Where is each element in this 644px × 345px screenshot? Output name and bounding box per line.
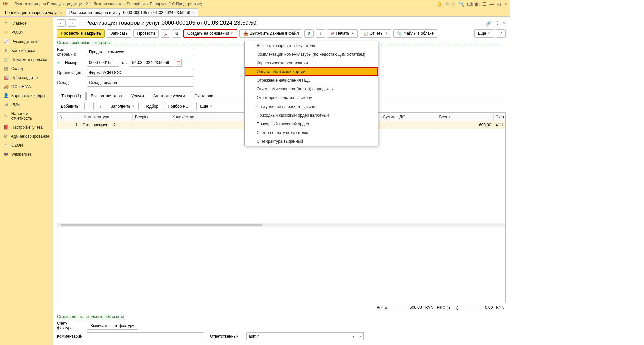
star-icon[interactable]: ☆ <box>451 1 456 7</box>
vypisat-button[interactable]: Выписать счет-фактуру <box>87 322 138 330</box>
sklad-input[interactable] <box>87 79 194 87</box>
col-ves[interactable]: Вес(кг) <box>133 113 170 121</box>
move-down-button[interactable]: ↓ <box>96 102 105 110</box>
sidebar-item-ozon[interactable]: ○OZON <box>0 141 53 150</box>
hamburger-icon[interactable]: ≡ <box>10 1 13 7</box>
zapisat-button[interactable]: Записать <box>107 29 131 38</box>
cell-kolichestvo[interactable] <box>170 121 208 129</box>
menu-pko-valyutnyj[interactable]: Приходный кассовый ордер валютный <box>245 111 378 120</box>
menu-pko[interactable]: Приходный кассовый ордер <box>245 120 378 128</box>
close-page-icon[interactable]: × <box>503 20 506 26</box>
tab-realization-list[interactable]: Реализация товаров и услуг × <box>1 8 66 16</box>
cell-schet-ucheta[interactable]: 41.1 <box>493 121 506 129</box>
date-input[interactable] <box>130 59 175 67</box>
calendar-icon[interactable]: 📅 <box>175 59 182 67</box>
link-icon[interactable]: 🔗 <box>486 20 492 26</box>
podbor-po-button[interactable]: Подбор РС <box>164 102 192 110</box>
close-icon[interactable]: × <box>60 11 62 15</box>
files-cloud-button[interactable]: 📎Файлы в облаке <box>393 29 437 38</box>
cell-n[interactable]: 1 <box>58 121 80 129</box>
scrollbar-thumb[interactable] <box>61 224 262 226</box>
more-icon[interactable]: ⋮ <box>495 20 500 26</box>
esche-button[interactable]: Еще▼ <box>474 29 494 38</box>
tab-vozvratnaya[interactable]: Возвратная тара <box>86 92 126 100</box>
search-icon[interactable]: 🔍 <box>459 1 464 7</box>
nomer-input[interactable] <box>87 59 119 67</box>
otchety-button[interactable]: 📊Отчеты▼ <box>360 29 391 38</box>
minimize-icon[interactable]: — <box>489 1 494 7</box>
esche-table-button[interactable]: Еще▼ <box>196 102 216 110</box>
cell-ves[interactable] <box>133 121 170 129</box>
sidebar-item-manager[interactable]: 📈Руководителю <box>0 37 53 46</box>
provesti-button[interactable]: Провести <box>133 29 159 38</box>
structure-button[interactable]: ⧉ <box>172 29 181 38</box>
org-input[interactable] <box>87 69 194 77</box>
menu-schet-na-oplatu[interactable]: Счет на оплату покупателю <box>245 128 378 137</box>
sidebar-item-os[interactable]: 🚚ОС и НМА <box>0 82 53 91</box>
close-window-icon[interactable]: ✕ <box>504 1 508 7</box>
sidebar-item-warehouse[interactable]: ▦Склад <box>0 64 53 73</box>
zapolnit-button[interactable]: Заполнить▼ <box>107 102 139 110</box>
menu-otchet-komissionera[interactable]: Отчет комиссионера (агента) о продажах <box>245 85 378 93</box>
nav-back-button[interactable]: ← <box>57 19 66 27</box>
cell-vsego[interactable]: 600,00 <box>437 121 493 129</box>
dtkt-button[interactable]: Aᴛᴋᴛ <box>161 29 170 38</box>
menu-korrektirovka[interactable]: Корректировка реализации <box>245 59 378 67</box>
horizontal-scrollbar[interactable] <box>57 223 505 227</box>
sidebar-item-main[interactable]: ≡Главное <box>0 19 53 28</box>
provesti-zakryt-button[interactable]: Провести и закрыть <box>57 29 105 38</box>
help-button[interactable]: ? <box>496 29 506 38</box>
sidebar-item-settings[interactable]: 📕Настройки учета <box>0 123 53 132</box>
excel-button[interactable]: X <box>304 29 314 38</box>
menu-vozvrat[interactable]: Возврат товаров от покупателя <box>245 41 378 50</box>
tab-realization-doc[interactable]: Реализация товаров и услуг 0000-000105 о… <box>66 8 198 16</box>
tab-tovary[interactable]: Товары (1) <box>57 92 86 100</box>
hide-dop-link[interactable]: Скрыть дополнительные реквизиты <box>57 314 124 319</box>
cell-nomenklatura[interactable]: Стол письменный <box>80 121 133 129</box>
tab-agent[interactable]: Агентские услуги <box>149 92 190 100</box>
sidebar-item-pmk[interactable]: 🖥РМК <box>0 100 53 109</box>
podbor-button[interactable]: Подбор <box>141 102 162 110</box>
sidebar-item-admin[interactable]: ⚙Администрирование <box>0 132 53 141</box>
vygruzit-button[interactable]: 📤Выгрузить данные в файл <box>239 29 302 38</box>
menu-postuplenie[interactable]: Поступление на расчетный счет <box>245 102 378 111</box>
sidebar-item-tax[interactable]: ᴬᵧНалоги и отчетность <box>0 109 53 123</box>
kommentarii-input[interactable] <box>87 332 204 340</box>
tab-uslugi[interactable]: Услуги <box>127 92 148 100</box>
col-nomenklatura[interactable]: Номенклатура <box>80 113 133 121</box>
menu-schet-faktura[interactable]: Счет-фактура выданный <box>245 137 378 146</box>
menu-otrazhenie-nds[interactable]: Отражение начисления НДС <box>245 76 378 85</box>
sidebar-item-salary[interactable]: 👤Зарплата и кадры <box>0 91 53 100</box>
col-schet-ucheta[interactable]: Счет учета <box>493 113 506 121</box>
move-up-button[interactable]: ↑ <box>84 102 94 110</box>
col-summa-nds[interactable]: Сумма НДС <box>381 113 437 121</box>
sidebar-item-poby[interactable]: ✳PO.BY <box>0 28 53 37</box>
vid-operacii-input[interactable] <box>87 48 194 56</box>
favorite-icon[interactable]: ☆ <box>78 20 83 26</box>
col-n[interactable]: N <box>58 113 80 121</box>
menu-oplata-kartoj[interactable]: Оплата платежной картой <box>245 67 378 76</box>
sidebar-item-bank[interactable]: ₿Банк и касса <box>0 46 53 55</box>
bell-icon[interactable]: 🔔 <box>436 1 442 7</box>
dropdown-suffix[interactable]: ▾ <box>350 332 357 340</box>
menu-otchet-proizvodstva[interactable]: Отчет производства за смену <box>245 93 378 102</box>
dobavit-button[interactable]: Добавить <box>57 102 82 110</box>
sidebar-item-wb[interactable]: WWildberries <box>0 150 53 159</box>
exchange-button[interactable]: ↕ <box>316 29 325 38</box>
menu-icon[interactable]: ☰ <box>482 1 487 7</box>
user-label[interactable]: admin <box>467 1 480 7</box>
otvetstvennyj-input[interactable] <box>246 332 350 340</box>
menu-komplektacii[interactable]: Комплектации номенклатуры (по недостающи… <box>245 50 378 59</box>
close-icon[interactable]: × <box>192 11 194 15</box>
sozdat-na-osnovanii-button[interactable]: Создать на основании▼ <box>183 29 237 38</box>
pechat-button[interactable]: 🖨Печать▼ <box>327 29 357 38</box>
open-suffix[interactable]: ↗ <box>357 332 364 340</box>
nav-forward-button[interactable]: → <box>68 19 76 27</box>
history-icon[interactable]: ⟲ <box>445 1 449 7</box>
sidebar-item-production[interactable]: 🏭Производство <box>0 73 53 82</box>
restore-icon[interactable]: ◱ <box>497 1 501 7</box>
tab-scheta-rasch[interactable]: Счета рас <box>190 92 217 100</box>
cell-summa-nds[interactable] <box>381 121 437 129</box>
sidebar-item-sales[interactable]: 🛒Покупки и продажи <box>0 55 53 64</box>
col-kolichestvo[interactable]: Количество <box>170 113 208 121</box>
